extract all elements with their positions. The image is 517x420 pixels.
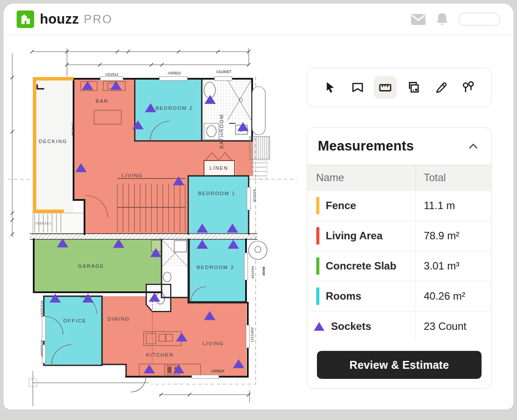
room-label-bathroom: BATHROOM	[219, 114, 224, 149]
floorplan-drawing: 7 6 5 4 3 2 1	[4, 38, 301, 410]
measurement-row-rooms[interactable]: Rooms 40.26 m²	[307, 281, 491, 311]
room-label-bedroom2: BEDROOM 2	[155, 105, 193, 111]
measure-tool[interactable]	[374, 76, 397, 99]
takeoff-toolbar	[307, 68, 492, 107]
bell-icon[interactable]	[436, 12, 449, 26]
code-as1518-bed3: AS1518	[251, 266, 255, 279]
measurement-name: Concrete Slab	[326, 260, 396, 272]
code-atd2006t-1: ATD2006T	[40, 301, 44, 317]
takeoff-copy-tool[interactable]	[402, 76, 425, 99]
copy-area-icon	[407, 81, 420, 94]
houzz-pro-logo[interactable]: houzz PRO	[17, 10, 113, 28]
column-header-name: Name	[307, 165, 415, 190]
room-label-office: OFFICE	[63, 318, 87, 323]
room-label-living-upper: LIVING	[122, 173, 143, 178]
cursor-icon	[324, 81, 337, 94]
column-header-total: Total	[415, 165, 491, 190]
measurements-title: Measurements	[318, 138, 414, 154]
measurement-name: Living Area	[326, 230, 383, 242]
measurement-row-living-area[interactable]: Living Area 78.9 m²	[307, 220, 491, 251]
flag-icon	[351, 81, 364, 94]
measurement-row-sockets[interactable]: Sockets 23 Count	[307, 311, 491, 341]
stair-numbers: 7 6 5 4 3 2 1	[35, 222, 51, 225]
measurement-row-concrete-slab[interactable]: Concrete Slab 3.01 m³	[307, 251, 491, 281]
measurements-panel: Measurements Name Total Fence 11.1 m	[307, 127, 492, 389]
measurement-name: Rooms	[326, 290, 361, 302]
pin-tool[interactable]	[457, 76, 480, 99]
code-as0624: AS0624	[211, 369, 225, 373]
mail-icon[interactable]	[411, 14, 426, 25]
top-bar: houzz PRO	[4, 4, 513, 35]
room-label-living-lower: LIVING	[203, 341, 224, 346]
draw-tool[interactable]	[429, 76, 452, 99]
code-asd2121: ASD2121	[250, 327, 254, 343]
code-as0922: AS0922	[168, 71, 181, 75]
room-label-bedroom1: BEDROOM 1	[198, 191, 235, 196]
chevron-up-icon	[468, 143, 478, 149]
collapse-panel-button[interactable]	[466, 140, 481, 152]
code-as1012: AS1012	[105, 72, 119, 77]
measurement-total: 23 Count	[415, 312, 491, 341]
measurement-total: 11.1 m	[415, 191, 491, 220]
brand-suffix: PRO	[84, 13, 113, 26]
pencil-icon	[434, 81, 447, 94]
living-area-color-swatch	[316, 227, 320, 245]
code-2148sd: 2148 SD	[71, 122, 75, 136]
floorplan-canvas[interactable]: 7 6 5 4 3 2 1	[4, 38, 307, 410]
room-label-bar: BAR	[95, 98, 108, 104]
code-basix: BASIX	[262, 267, 265, 276]
measurement-total: 78.9 m²	[415, 221, 491, 251]
ruler-icon	[379, 81, 392, 94]
measurement-name: Fence	[326, 200, 356, 212]
room-label-linen: LINEN	[210, 165, 229, 171]
concrete-slab-color-swatch	[316, 257, 320, 275]
pins-icon	[462, 81, 475, 94]
party-wall-hatched	[30, 234, 257, 239]
measurement-name: Sockets	[331, 320, 371, 332]
code-as1806t: AS1806T	[216, 70, 231, 74]
measurement-total: 3.01 m³	[415, 251, 491, 281]
app-window: houzz PRO	[4, 4, 513, 410]
fence-color-swatch	[316, 196, 320, 215]
table-header: Name Total	[307, 164, 491, 190]
area-polygon-tool[interactable]	[346, 76, 369, 99]
decking-area	[33, 78, 74, 213]
room-label-garage: GARAGE	[78, 263, 104, 269]
rooms-color-swatch	[316, 287, 320, 305]
toggle-pill[interactable]	[458, 13, 500, 26]
room-label-kitchen: KITCHEN	[146, 352, 173, 357]
measurement-row-fence[interactable]: Fence 11.1 m	[307, 190, 491, 220]
code-as1518-bed1: AS1518	[253, 189, 257, 202]
measurement-total: 40.26 m²	[415, 281, 491, 311]
socket-triangle-swatch	[313, 322, 325, 331]
brand-name: houzz	[40, 11, 79, 27]
houzz-logo-icon	[17, 10, 34, 28]
review-estimate-button[interactable]: Review & Estimate	[317, 351, 482, 379]
room-label-bedroom3: BEDROOM 3	[197, 265, 234, 270]
room-label-dining: DINING	[107, 316, 130, 322]
code-atd2006t-2: ATD2006T	[40, 340, 44, 357]
room-label-decking: DECKING	[39, 139, 67, 144]
select-tool[interactable]	[319, 76, 341, 99]
